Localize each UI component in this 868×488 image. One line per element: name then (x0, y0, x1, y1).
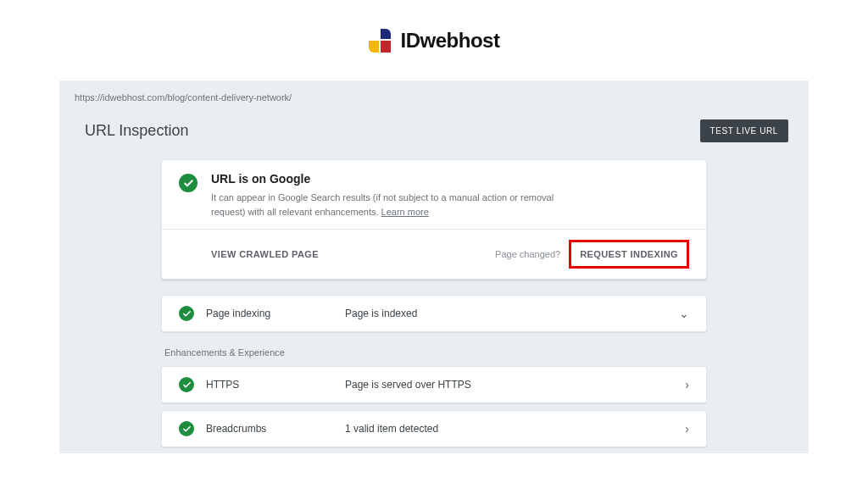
status-card: URL is on Google It can appear in Google… (161, 159, 707, 280)
chevron-down-icon: ⌄ (679, 307, 689, 320)
gsc-content: URL is on Google It can appear in Google… (59, 154, 809, 447)
test-live-url-button[interactable]: TEST LIVE URL (700, 119, 788, 142)
check-circle-icon (179, 306, 194, 321)
page-indexing-row[interactable]: Page indexing Page is indexed ⌄ (161, 295, 707, 332)
brand-header: IDwebhost (0, 0, 868, 80)
page-title: URL Inspection (85, 122, 188, 140)
inspected-url: https://idwebhost.com/blog/content-deliv… (59, 80, 809, 111)
status-summary: URL is on Google It can appear in Google… (162, 160, 706, 229)
status-actions: VIEW CRAWLED PAGE Page changed? REQUEST … (162, 229, 706, 279)
row-value: Page is indexed (345, 308, 667, 319)
row-label: Page indexing (206, 308, 333, 319)
row-label: HTTPS (206, 379, 333, 391)
idwebhost-logo-icon (369, 29, 392, 53)
view-crawled-page-link[interactable]: VIEW CRAWLED PAGE (179, 249, 319, 259)
page-changed-label: Page changed? (495, 249, 560, 259)
row-value: 1 valid item detected (345, 423, 673, 435)
https-row[interactable]: HTTPS Page is served over HTTPS › (161, 366, 707, 403)
gsc-panel: https://idwebhost.com/blog/content-deliv… (59, 80, 809, 453)
chevron-right-icon: › (685, 378, 689, 391)
brand-name: IDwebhost (401, 29, 500, 53)
row-value: Page is served over HTTPS (345, 379, 673, 391)
check-circle-icon (179, 377, 194, 392)
status-description: It can appear in Google Search results (… (211, 191, 576, 219)
gsc-header: URL Inspection TEST LIVE URL (59, 111, 809, 154)
check-circle-icon (179, 174, 198, 192)
chevron-right-icon: › (685, 422, 689, 435)
status-title: URL is on Google (211, 172, 576, 186)
row-label: Breadcrumbs (206, 423, 333, 435)
breadcrumbs-row[interactable]: Breadcrumbs 1 valid item detected › (161, 410, 707, 447)
check-circle-icon (179, 421, 194, 436)
request-indexing-button[interactable]: REQUEST INDEXING (569, 240, 689, 269)
enhancements-heading: Enhancements & Experience (164, 347, 707, 358)
learn-more-link[interactable]: Learn more (381, 207, 429, 217)
